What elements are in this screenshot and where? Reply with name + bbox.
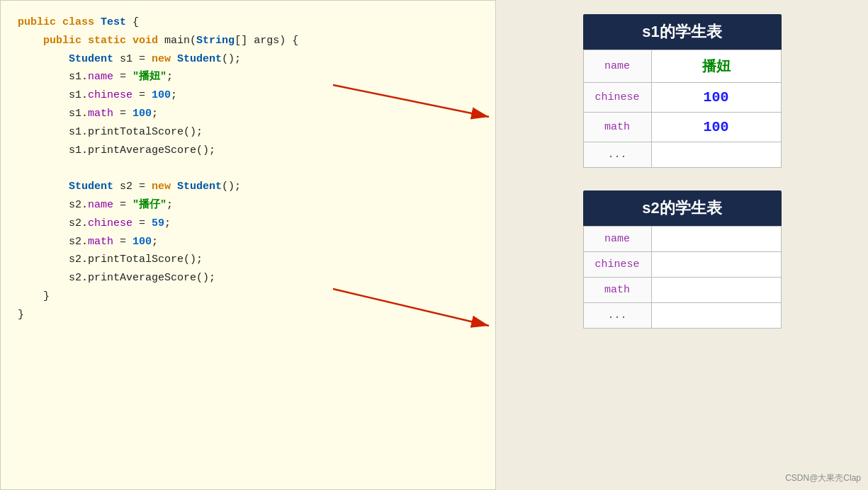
table1-value-math: 100 <box>651 113 781 142</box>
table1-wrapper: s1的学生表 name 播妞 chinese 100 math 100 ... <box>583 14 782 168</box>
table-row: name 播妞 <box>583 50 781 83</box>
table2-field-chinese: chinese <box>583 252 651 278</box>
code-line-7: s1.printTotalScore(); <box>18 123 478 142</box>
right-side: s1的学生表 name 播妞 chinese 100 math 100 ... <box>496 0 868 490</box>
table2-value-name <box>651 227 781 252</box>
table1-value-dots <box>651 142 781 168</box>
code-line-11: s2.name = "播仔"; <box>18 196 478 215</box>
code-line-8: s1.printAverageScore(); <box>18 142 478 160</box>
table2: name chinese math ... <box>583 226 782 329</box>
table1: name 播妞 chinese 100 math 100 ... <box>583 50 782 168</box>
code-line-blank1 <box>18 159 478 178</box>
code-line-5: s1.chinese = 100; <box>18 86 478 105</box>
table-row: math 100 <box>583 113 781 142</box>
table-row: math <box>583 278 781 303</box>
table2-field-name: name <box>583 227 651 252</box>
table1-value-chinese: 100 <box>651 83 781 113</box>
table1-title: s1的学生表 <box>583 14 782 50</box>
table2-value-dots <box>651 303 781 329</box>
table2-value-math <box>651 278 781 303</box>
table-row: ... <box>583 142 781 168</box>
table1-field-dots: ... <box>583 142 651 168</box>
code-line-4: s1.name = "播妞"; <box>18 68 478 86</box>
code-line-3: Student s1 = new Student(); <box>18 50 478 69</box>
code-line-14: s2.printTotalScore(); <box>18 251 478 269</box>
table-row: name <box>583 227 781 252</box>
table2-field-dots: ... <box>583 303 651 329</box>
table2-value-chinese <box>651 252 781 278</box>
table2-field-math: math <box>583 278 651 303</box>
code-line-15: s2.printAverageScore(); <box>18 269 478 287</box>
code-line-16: } <box>18 287 478 306</box>
table2-wrapper: s2的学生表 name chinese math ... <box>583 190 782 329</box>
code-line-12: s2.chinese = 59; <box>18 215 478 233</box>
code-line-17: } <box>18 306 478 324</box>
table1-value-name: 播妞 <box>651 50 781 83</box>
table1-field-math: math <box>583 113 651 142</box>
table1-field-chinese: chinese <box>583 83 651 113</box>
code-line-2: public static void main(String[] args) { <box>18 32 478 50</box>
code-line-13: s2.math = 100; <box>18 233 478 251</box>
table-row: chinese <box>583 252 781 278</box>
table2-title: s2的学生表 <box>583 190 782 226</box>
main-container: public class Test { public static void m… <box>0 0 868 490</box>
table1-field-name: name <box>583 50 651 83</box>
code-line-10: Student s2 = new Student(); <box>18 178 478 196</box>
code-panel: public class Test { public static void m… <box>0 0 496 490</box>
table-row: chinese 100 <box>583 83 781 113</box>
watermark: CSDN@大果壳Clap <box>785 472 861 484</box>
code-line-1: public class Test { <box>18 13 478 32</box>
table-row: ... <box>583 303 781 329</box>
code-line-6: s1.math = 100; <box>18 105 478 123</box>
